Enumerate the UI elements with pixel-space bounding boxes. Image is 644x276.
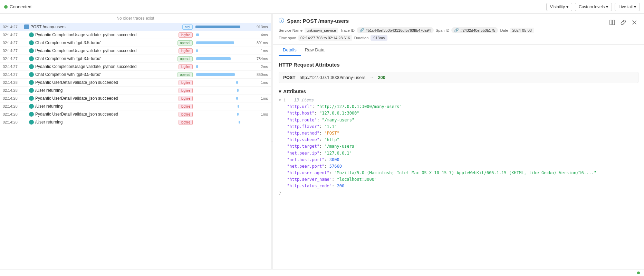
trace-time: 02:14:28 (3, 80, 23, 85)
attributes-section: ▾ Attributes ▾ { 13 items "http.url": "h… (279, 89, 638, 196)
trace-list[interactable]: 02:14:27 POST /many-users atgi 913ms 02:… (0, 23, 271, 269)
no-older-notice: No older traces exist (0, 14, 271, 23)
json-row-http-route: "http.route": "/many-users" (279, 117, 638, 124)
header-controls: Visibility ▾ Custom levels ▾ Live tail ▾ (546, 3, 640, 11)
trace-time: 02:14:27 (3, 57, 23, 61)
trace-row[interactable]: 02:14:27 POST /many-users atgi 913ms (0, 23, 271, 31)
link-icon-small: 🔗 (359, 28, 364, 32)
trace-bar (196, 57, 231, 60)
trace-badge: atgi (182, 24, 193, 30)
trace-time: 02:14:27 (3, 25, 23, 29)
content-area[interactable]: HTTP Request Attributes POST http://127.… (273, 56, 644, 269)
trace-row[interactable]: 02:14:28 /User returning logfire (0, 102, 271, 110)
chevron-down-icon: ▾ (566, 4, 568, 9)
trace-time: 02:14:28 (3, 104, 23, 108)
trace-bar-area (195, 64, 251, 69)
trace-badge: openai (177, 56, 193, 61)
trace-time: 02:14:28 (3, 96, 23, 100)
trace-bar (237, 89, 239, 92)
trace-bar-area (195, 80, 251, 85)
trace-row[interactable]: 02:14:28 Pydantic UserDetail validate_js… (0, 95, 271, 102)
trace-bar (196, 41, 234, 44)
right-panel: ⓘ Span: POST /many-users (273, 14, 644, 269)
trace-bar-area (195, 24, 251, 30)
trace-row[interactable]: 02:14:27 Chat Completion with 'gpt-3.5-t… (0, 39, 271, 47)
date-value: 2024-05-03 (510, 28, 534, 33)
trace-icon (29, 32, 34, 37)
json-count (289, 98, 291, 102)
trace-bar (239, 121, 240, 124)
trace-name: Pydantic UserDetail validate_json succee… (35, 96, 177, 101)
time-span-label: Time span (279, 36, 296, 40)
trace-bar (237, 113, 239, 116)
http-request-section-title: HTTP Request Attributes (279, 62, 638, 68)
live-tail-button[interactable]: Live tail ▾ (615, 3, 640, 11)
trace-bar-area (195, 56, 251, 61)
attributes-label: Attributes (283, 89, 306, 94)
trace-row[interactable]: 02:14:28 /User returning logfire (0, 118, 271, 126)
trace-icon (29, 96, 34, 101)
http-method: POST (283, 75, 295, 80)
tab-raw-data[interactable]: Raw Data (301, 45, 329, 56)
trace-duration: 2ms (253, 65, 268, 69)
trace-icon (29, 72, 34, 77)
trace-duration: 1ms (253, 112, 268, 116)
tab-details[interactable]: Details (279, 45, 301, 56)
duration-value: 913ms (371, 35, 387, 41)
trace-row[interactable]: 02:14:28 Pydantic UserDetail validate_js… (0, 79, 271, 87)
trace-row[interactable]: 02:14:27 Pydantic CompletionUsage valida… (0, 63, 271, 71)
trace-name: Pydantic CompletionUsage validate_python… (35, 32, 177, 37)
connected-status: Connected (4, 4, 31, 9)
service-name-value: unknown_service (305, 28, 338, 33)
http-url: http://127.0.0.1:3000/many-users (299, 75, 365, 80)
trace-name: POST /many-users (30, 24, 181, 29)
visibility-button[interactable]: Visibility ▾ (546, 3, 572, 11)
trace-name: Pydantic UserDetail validate_json succee… (35, 112, 177, 117)
trace-row[interactable]: 02:14:28 /User returning logfire (0, 87, 271, 95)
span-id-chip[interactable]: 🔗 #2432d40ef5b0b175 (451, 27, 498, 33)
items-count: 13 items (294, 98, 314, 102)
trace-bar-area (195, 72, 251, 77)
service-name-label: Service Name (279, 28, 302, 32)
trace-row[interactable]: 02:14:27 Pydantic CompletionUsage valida… (0, 47, 271, 55)
trace-icon (29, 88, 34, 93)
link-icon[interactable] (619, 18, 627, 27)
trace-bar (196, 65, 198, 68)
trace-row[interactable]: 02:14:27 Chat Completion with 'gpt-3.5-t… (0, 71, 271, 79)
trace-bar-area (195, 96, 251, 101)
trace-time: 02:14:27 (3, 33, 23, 37)
svg-rect-1 (613, 20, 615, 25)
json-row-net-peer-ip: "net.peer.ip": "127.0.0.1" (279, 150, 638, 157)
chevron-down-icon: ▾ (634, 4, 636, 9)
split-view-icon[interactable] (608, 18, 616, 27)
trace-name: Chat Completion with 'gpt-3.5-turbo' (35, 40, 176, 45)
trace-bar-area (195, 48, 251, 53)
trace-icon (29, 48, 34, 53)
trace-id-chip[interactable]: 🔗 #b1c445ef3b0b43116df5760ffb470a94 (357, 27, 434, 33)
trace-bar (236, 81, 238, 84)
trace-bar (196, 33, 199, 36)
trace-id-value: #b1c445ef3b0b43116df5760ffb470a94 (366, 28, 431, 32)
span-id-label: Span ID (436, 28, 450, 32)
trace-row[interactable]: 02:14:27 Chat Completion with 'gpt-3.5-t… (0, 55, 271, 63)
custom-levels-button[interactable]: Custom levels ▾ (575, 3, 612, 11)
json-row-net-host-port: "net.host.port": 3000 (279, 157, 638, 163)
link-icon-small2: 🔗 (454, 28, 459, 32)
trace-time: 02:14:27 (3, 65, 23, 69)
trace-badge: logfire (179, 80, 193, 85)
trace-row[interactable]: 02:14:28 Pydantic UserDetail validate_js… (0, 110, 271, 118)
trace-name: /User returning (35, 104, 177, 109)
trace-duration: 1ms (253, 49, 268, 53)
trace-icon (29, 64, 34, 69)
attributes-header[interactable]: ▾ Attributes (279, 89, 638, 94)
json-tree: ▾ { 13 items "http.url": "http://127.0.0… (279, 97, 638, 196)
trace-id-label: Trace ID (340, 28, 355, 32)
chevron-down-icon: ▾ (606, 4, 608, 9)
trace-icon (24, 24, 29, 29)
close-icon[interactable] (630, 18, 638, 27)
span-title: ⓘ Span: POST /many-users (279, 17, 349, 24)
header: Connected Visibility ▾ Custom levels ▾ L… (0, 0, 644, 14)
trace-time: 02:14:28 (3, 120, 23, 124)
trace-bar (236, 97, 238, 100)
trace-row[interactable]: 02:14:27 Pydantic CompletionUsage valida… (0, 31, 271, 39)
